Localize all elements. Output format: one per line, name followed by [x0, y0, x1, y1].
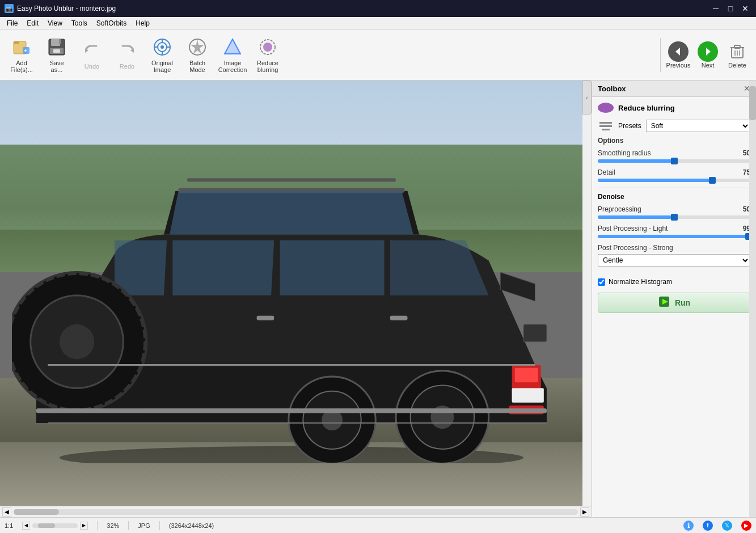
preprocessing-track[interactable] — [598, 215, 750, 219]
svg-rect-8 — [53, 49, 60, 53]
svg-point-22 — [263, 43, 272, 52]
smoothing-radius-thumb[interactable] — [671, 158, 678, 164]
detail-track[interactable] — [598, 179, 750, 182]
menu-softorbits[interactable]: SoftOrbits — [92, 18, 131, 28]
smoothing-radius-label: Smoothing radius — [598, 149, 651, 157]
svg-text:+: + — [24, 48, 27, 54]
undo-icon — [82, 40, 102, 61]
next-button[interactable]: Next — [694, 32, 722, 78]
zoom-left-button[interactable]: ◀ — [22, 522, 30, 530]
image-correction-icon — [222, 37, 243, 57]
youtube-icon[interactable]: ▶ — [741, 521, 751, 531]
svg-rect-47 — [390, 315, 407, 320]
menu-edit[interactable]: Edit — [22, 18, 43, 28]
status-sep-3 — [159, 521, 160, 530]
save-as-icon — [47, 37, 67, 57]
image-correction-label: ImageCorrection — [218, 60, 247, 73]
image-dimensions: (3264x2448x24) — [169, 522, 214, 529]
redo-button[interactable]: Redo — [110, 32, 144, 78]
preprocessing-row: Preprocessing 50 — [598, 205, 750, 213]
normalize-histogram-checkbox[interactable] — [598, 278, 605, 286]
toolbar: + AddFile(s)... Saveas... Undo — [0, 29, 756, 81]
post-processing-light-fill — [598, 235, 749, 238]
close-button[interactable]: ✕ — [739, 2, 751, 15]
detail-thumb[interactable] — [709, 177, 716, 184]
preprocessing-group: Preprocessing 50 — [598, 205, 750, 219]
menu-tools[interactable]: Tools — [67, 18, 92, 28]
undo-button[interactable]: Undo — [75, 32, 109, 78]
previous-button[interactable]: Previous — [664, 32, 692, 78]
info-icon[interactable]: ℹ — [683, 521, 694, 531]
svg-rect-49 — [514, 367, 538, 382]
original-image-button[interactable]: OriginalImage — [145, 32, 179, 78]
normalize-histogram-row: Normalize Histogram — [598, 278, 750, 286]
delete-icon — [727, 41, 747, 62]
svg-rect-1 — [14, 41, 19, 44]
presets-icon — [598, 120, 614, 132]
facebook-icon[interactable]: f — [703, 521, 713, 531]
menu-help[interactable]: Help — [131, 18, 154, 28]
app-icon: 📷 — [5, 4, 14, 13]
horizontal-scrollbar[interactable]: ◀ ▶ — [0, 506, 592, 517]
image-format: JPG — [138, 522, 150, 529]
batch-mode-icon — [187, 37, 208, 57]
svg-point-38 — [59, 324, 94, 359]
svg-rect-52 — [523, 324, 547, 342]
run-button[interactable]: Run — [598, 293, 750, 313]
add-files-button[interactable]: + AddFile(s)... — [5, 32, 39, 78]
status-sep-1 — [97, 521, 98, 530]
main-area: ‹ ◀ ▶ Toolbox ✕ Reduce blurring — [0, 81, 756, 517]
scroll-controls: ◀ ▶ — [22, 522, 88, 530]
preprocessing-fill — [598, 215, 674, 219]
post-processing-light-track[interactable] — [598, 235, 750, 238]
zoom-right-button[interactable]: ▶ — [80, 522, 88, 530]
reduce-blurring-button[interactable]: Reduceblurring — [251, 32, 285, 78]
save-as-label: Saveas... — [49, 60, 64, 73]
reduce-blurring-header: Reduce blurring — [598, 103, 750, 113]
zoom-ratio: 1:1 — [5, 522, 13, 529]
menu-view[interactable]: View — [43, 18, 67, 28]
svg-marker-20 — [225, 39, 240, 54]
twitter-icon[interactable]: 𝕏 — [722, 521, 732, 531]
run-icon — [658, 295, 670, 311]
reduce-blurring-section: Reduce blurring — [598, 103, 750, 113]
horizontal-scroll-track[interactable] — [14, 509, 578, 515]
preprocessing-thumb[interactable] — [671, 214, 678, 221]
detail-fill — [598, 179, 712, 182]
undo-label: Undo — [85, 63, 99, 70]
save-as-button[interactable]: Saveas... — [40, 32, 74, 78]
post-processing-strong-section: Post Processing - Strong Gentle Medium S… — [598, 244, 750, 271]
smoothing-radius-track[interactable] — [598, 159, 750, 163]
toolbox-scroll-thumb[interactable] — [749, 86, 756, 120]
smoothing-radius-group: Smoothing radius 50 — [598, 149, 750, 163]
toolbox-title: Toolbox — [598, 84, 626, 93]
zoom-track[interactable] — [32, 523, 78, 528]
maximize-button[interactable]: □ — [724, 2, 737, 15]
add-files-icon: + — [11, 37, 32, 57]
horizontal-scroll-thumb[interactable] — [14, 509, 59, 515]
title-bar-left: 📷 Easy Photo Unblur - montero.jpg — [5, 4, 116, 13]
status-sep-2 — [128, 521, 129, 530]
batch-mode-button[interactable]: BatchMode — [180, 32, 214, 78]
post-processing-strong-select[interactable]: Gentle Medium Strong — [598, 254, 750, 266]
svg-rect-51 — [36, 408, 546, 413]
delete-label: Delete — [728, 62, 746, 69]
minimize-button[interactable]: ─ — [709, 2, 722, 15]
presets-select[interactable]: Soft Medium Strong Custom — [646, 120, 750, 132]
toolbox-collapse-button[interactable]: ‹ — [582, 81, 592, 115]
redo-label: Redo — [120, 63, 134, 70]
scroll-left-button[interactable]: ◀ — [2, 507, 11, 517]
original-image-label: OriginalImage — [151, 60, 173, 73]
delete-button[interactable]: Delete — [723, 32, 751, 78]
image-canvas[interactable] — [0, 81, 582, 506]
svg-rect-46 — [256, 315, 274, 320]
toolbox-scrollbar[interactable] — [749, 81, 756, 517]
title-bar-controls: ─ □ ✕ — [709, 2, 751, 15]
zoom-thumb[interactable] — [38, 523, 55, 528]
run-label: Run — [675, 298, 690, 307]
image-correction-button[interactable]: ImageCorrection — [216, 32, 250, 78]
previous-label: Previous — [666, 62, 691, 69]
menu-file[interactable]: File — [2, 18, 22, 28]
title-bar: 📷 Easy Photo Unblur - montero.jpg ─ □ ✕ — [0, 0, 756, 17]
scroll-right-button[interactable]: ▶ — [580, 507, 589, 517]
